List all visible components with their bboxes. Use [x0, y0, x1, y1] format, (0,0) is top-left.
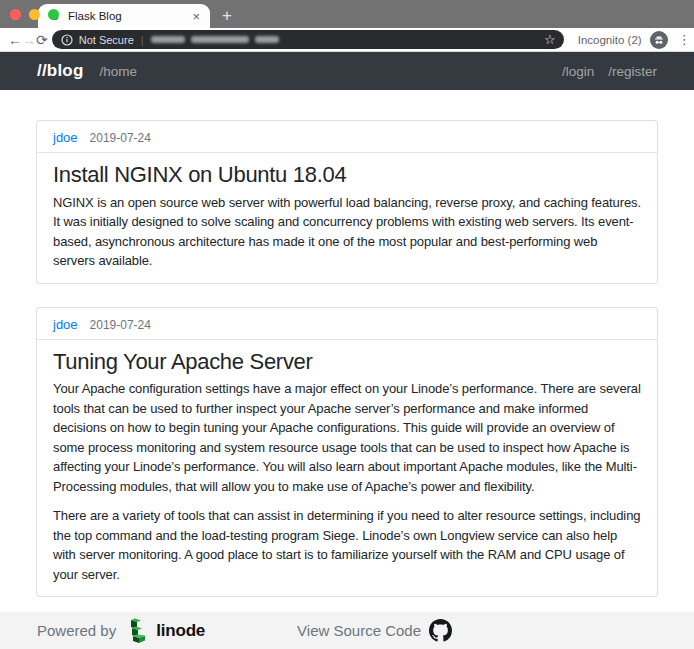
post-author-link[interactable]: jdoe	[53, 130, 78, 145]
minimize-window-button[interactable]	[29, 9, 40, 20]
post-title[interactable]: Install NGINX on Ubuntu 18.04	[53, 161, 641, 189]
close-window-button[interactable]	[10, 9, 21, 20]
post-date: 2019-07-24	[90, 131, 151, 145]
traffic-lights	[10, 9, 59, 20]
tab-close-icon[interactable]: ×	[190, 10, 202, 23]
post-paragraph: NGINX is an open source web server with …	[53, 193, 641, 271]
incognito-icon	[650, 31, 668, 49]
linode-logo-icon	[123, 618, 149, 644]
site-navbar: //blog /home /login /register	[0, 52, 694, 90]
github-icon	[429, 619, 452, 642]
post-date: 2019-07-24	[90, 318, 151, 332]
linode-wordmark: linode	[156, 621, 205, 641]
post-title[interactable]: Tuning Your Apache Server	[53, 348, 641, 376]
address-bar[interactable]: Not Secure | ☆	[52, 30, 564, 49]
info-icon[interactable]	[61, 34, 73, 46]
nav-link-register[interactable]: /register	[608, 64, 657, 79]
post-paragraph: There are a variety of tools that can as…	[53, 506, 641, 584]
navbar-brand[interactable]: //blog	[37, 61, 84, 81]
tab-title: Flask Blog	[68, 10, 190, 22]
post-author-link[interactable]: jdoe	[53, 317, 78, 332]
tab-bar: Flask Blog × +	[0, 0, 694, 28]
view-source-link[interactable]: View Source Code	[297, 619, 452, 642]
linode-link[interactable]: Powered by linode	[37, 618, 205, 644]
navbar-right-links: /login /register	[562, 64, 657, 79]
powered-by-label: Powered by	[37, 622, 116, 639]
back-icon[interactable]: ←	[8, 33, 22, 47]
post-card: jdoe 2019-07-24 Install NGINX on Ubuntu …	[36, 120, 658, 284]
post-meta: jdoe 2019-07-24	[37, 121, 657, 153]
incognito-label: Incognito (2)	[578, 34, 642, 46]
post-paragraph: Your Apache configuration settings have …	[53, 379, 641, 496]
address-divider: |	[141, 34, 144, 46]
navbar-left-links: /home	[100, 64, 138, 79]
page-footer: Powered by linode View Source Code	[0, 612, 694, 649]
post-body: Your Apache configuration settings have …	[37, 379, 657, 596]
bookmark-star-icon[interactable]: ☆	[544, 33, 556, 46]
browser-window: Flask Blog × + ← → ⟳ Not Secure | ☆ Inco…	[0, 0, 694, 649]
posts-list: jdoe 2019-07-24 Install NGINX on Ubuntu …	[0, 90, 694, 649]
new-tab-button[interactable]: +	[222, 7, 232, 24]
browser-tab[interactable]: Flask Blog ×	[38, 4, 210, 28]
nav-link-home[interactable]: /home	[100, 64, 138, 79]
view-source-label: View Source Code	[297, 622, 421, 639]
browser-menu-icon[interactable]: ⋮	[678, 32, 691, 47]
maximize-window-button[interactable]	[48, 9, 59, 20]
post-body: NGINX is an open source web server with …	[37, 193, 657, 283]
nav-link-login[interactable]: /login	[562, 64, 594, 79]
forward-icon[interactable]: →	[22, 33, 36, 47]
reload-icon[interactable]: ⟳	[36, 33, 48, 47]
address-url-redacted	[151, 36, 279, 43]
post-card: jdoe 2019-07-24 Tuning Your Apache Serve…	[36, 307, 658, 598]
browser-toolbar: ← → ⟳ Not Secure | ☆ Incognito (2) ⋮	[0, 28, 694, 52]
security-label: Not Secure	[79, 34, 134, 46]
post-meta: jdoe 2019-07-24	[37, 308, 657, 340]
